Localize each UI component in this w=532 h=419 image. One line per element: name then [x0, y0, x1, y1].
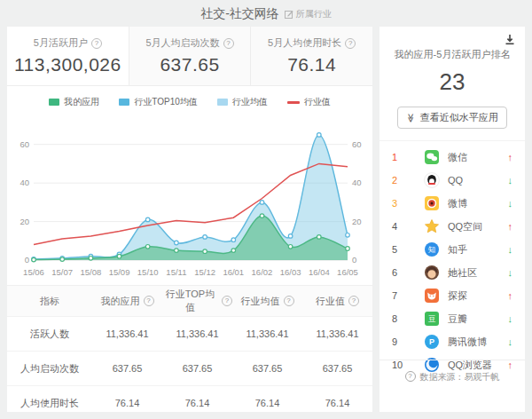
rank-row[interactable]: 7探探↑ — [379, 284, 525, 307]
stat-card-avg-duration[interactable]: 5月人均使用时长 76.14 — [251, 27, 372, 85]
legend-square-icon — [217, 99, 228, 106]
download-icon[interactable] — [504, 34, 516, 46]
tantan-icon — [424, 288, 440, 304]
svg-text:15/09: 15/09 — [109, 267, 130, 277]
col-header: 指标 — [7, 295, 92, 308]
svg-text:16/02: 16/02 — [252, 267, 273, 277]
svg-text:20: 20 — [20, 217, 29, 226]
tashequ-icon — [424, 265, 440, 281]
col-header: 行业均值 — [232, 295, 302, 308]
svg-text:豆: 豆 — [428, 314, 436, 323]
info-icon — [144, 296, 154, 306]
app-name: 知乎 — [448, 243, 500, 257]
legend-label: 行业均值 — [232, 96, 268, 108]
rank-number: 4 — [392, 221, 424, 232]
trend-down-icon: ↓ — [500, 336, 512, 347]
legend-label: 行业值 — [304, 96, 331, 108]
table-row: 人均启动次数 637.65 637.65 637.65 637.65 — [7, 352, 372, 386]
qq-icon — [424, 172, 440, 188]
rank-number: 6 — [392, 267, 424, 278]
stat-label: 5月活跃用户 — [34, 36, 102, 50]
info-icon — [348, 296, 359, 306]
data-source-label: 数据来源：易观千帆 — [420, 371, 500, 383]
svg-text:40: 40 — [352, 178, 362, 187]
trend-up-icon: ↑ — [500, 221, 512, 232]
svg-text:16/03: 16/03 — [280, 267, 301, 277]
info-icon — [91, 38, 102, 49]
info-icon — [284, 296, 294, 306]
trend-chart: 0020204040606015/0615/0715/0815/0915/101… — [7, 113, 372, 283]
rank-row[interactable]: 3微博↓ — [379, 192, 525, 215]
ranking-list: 1微信↑2QQ↓3微博↓4QQ空间↑5知知乎↓6她社区↓7探探↑8豆豆瓣↓9P腾… — [379, 140, 525, 376]
legend-item[interactable]: 行业TOP10均值 — [119, 96, 198, 108]
industry-tag[interactable]: 所属行业 — [285, 8, 332, 20]
row-label: 人均启动次数 — [7, 362, 92, 376]
rank-row[interactable]: 6她社区↓ — [379, 261, 525, 284]
table-header-row: 指标 我的应用 行业TOP均值 行业均值 行业值 — [7, 285, 372, 317]
douban-icon: 豆 — [424, 311, 440, 327]
rank-row[interactable]: 5知知乎↓ — [379, 238, 525, 261]
legend-line-icon — [287, 101, 300, 104]
rank-number: 1 — [392, 152, 424, 162]
svg-text:15/06: 15/06 — [23, 267, 44, 277]
legend-item[interactable]: 行业值 — [287, 96, 331, 108]
svg-text:60: 60 — [20, 139, 29, 149]
app-name: 探探 — [448, 289, 500, 303]
view-similar-label: 查看近似水平应用 — [420, 111, 498, 124]
trend-up-icon: ↑ — [500, 290, 512, 301]
row-label: 人均使用时长 — [7, 397, 92, 410]
cell: 76.14 — [232, 398, 302, 408]
rank-row[interactable]: 8豆豆瓣↓ — [379, 307, 525, 330]
stat-value: 76.14 — [287, 54, 336, 75]
col-header: 行业TOP均值 — [162, 288, 232, 314]
right-panel: 我的应用-5月活跃用户排名 23 ≫ 查看近似水平应用 1微信↑2QQ↓3微博↓… — [379, 27, 525, 412]
trend-down-icon: ↓ — [500, 175, 512, 186]
trend-down-icon: ↓ — [500, 313, 512, 324]
qzone-icon — [424, 218, 440, 234]
svg-text:知: 知 — [428, 245, 436, 254]
app-name: 她社区 — [448, 266, 500, 280]
svg-text:0: 0 — [352, 255, 356, 265]
svg-text:16/05: 16/05 — [337, 267, 358, 277]
app-name: 豆瓣 — [448, 312, 500, 326]
rank-number: 5 — [392, 244, 424, 255]
rank-row[interactable]: 4QQ空间↑ — [379, 215, 525, 238]
legend-square-icon — [119, 99, 129, 106]
ranking-value: 23 — [379, 68, 525, 96]
tencent-weibo-icon: P — [424, 334, 440, 350]
stats-row: 5月活跃用户 113,300,026 5月人均启动次数 637.65 5月人均使… — [7, 27, 372, 86]
svg-text:15/12: 15/12 — [194, 267, 215, 277]
svg-text:P: P — [429, 337, 434, 346]
rank-row[interactable]: 9P腾讯微博↓ — [379, 330, 525, 353]
cell: 637.65 — [92, 363, 162, 374]
cell: 11,336.41 — [92, 328, 162, 339]
stat-card-avg-launches[interactable]: 5月人均启动次数 637.65 — [129, 27, 252, 85]
cell: 11,336.41 — [302, 328, 372, 339]
view-similar-button[interactable]: ≫ 查看近似水平应用 — [397, 107, 506, 129]
wechat-icon — [424, 149, 440, 165]
stat-value: 113,300,026 — [14, 54, 121, 75]
stat-card-active-users[interactable]: 5月活跃用户 113,300,026 — [7, 27, 129, 85]
legend-item[interactable]: 行业均值 — [217, 96, 268, 108]
cell: 76.14 — [302, 398, 372, 408]
metrics-table: 指标 我的应用 行业TOP均值 行业均值 行业值 活跃人数 11,336.41 … — [7, 285, 372, 419]
cell: 76.14 — [162, 398, 232, 408]
ranking-title: 我的应用-5月活跃用户排名 — [379, 48, 525, 61]
col-header: 行业值 — [302, 295, 372, 308]
trend-down-icon: ↓ — [500, 267, 512, 278]
rank-number: 7 — [392, 290, 424, 301]
col-header: 我的应用 — [92, 295, 162, 308]
cell: 76.14 — [92, 398, 162, 408]
rank-row[interactable]: 1微信↑ — [379, 146, 525, 169]
stat-value: 637.65 — [160, 54, 219, 75]
info-icon — [222, 296, 232, 306]
weibo-icon — [424, 195, 440, 211]
svg-text:15/08: 15/08 — [80, 267, 101, 277]
data-source-footer: 数据来源：易观千帆 — [379, 360, 525, 412]
info-icon — [223, 38, 234, 49]
legend-item[interactable]: 我的应用 — [49, 96, 99, 108]
cell: 637.65 — [162, 363, 232, 374]
trend-down-icon: ↓ — [500, 198, 512, 209]
rank-row[interactable]: 2QQ↓ — [379, 169, 525, 192]
app-name: 腾讯微博 — [448, 336, 500, 349]
